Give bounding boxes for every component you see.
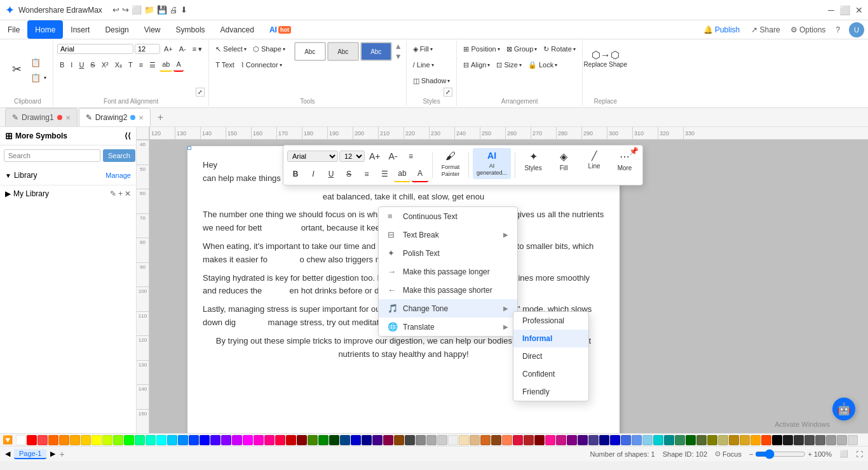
ft-highlight-btn[interactable]: ab [394,166,410,182]
color-swatch[interactable] [178,435,188,445]
color-swatch[interactable] [696,435,707,445]
font-family-input[interactable] [57,44,133,54]
color-swatch[interactable] [102,435,112,445]
color-swatch[interactable] [156,435,166,445]
list-btn[interactable]: ☰ [147,58,158,72]
zoom-in-btn[interactable]: + [808,450,811,458]
styles-down-btn[interactable]: ▼ [395,52,402,61]
ft-shrink-btn[interactable]: A- [385,148,402,164]
select-button[interactable]: ↖ Select ▾ [213,42,249,56]
maximize-btn[interactable]: ⬜ [839,5,850,15]
menu-design[interactable]: Design [97,20,136,39]
color-swatch[interactable] [686,435,696,445]
paste-special-button[interactable]: 📋▾ [28,70,49,84]
rotate-button[interactable]: ↻ Rotate ▾ [541,42,578,56]
color-swatch[interactable] [502,435,512,445]
color-swatch[interactable] [707,435,717,445]
color-swatch[interactable] [405,435,415,445]
tone-friendly[interactable]: Friendly [513,383,588,401]
cm-make-longer[interactable]: → Make this passage longer [379,262,517,281]
export-btn[interactable]: ⬇ [180,5,187,15]
pin-icon[interactable]: 📌 [629,147,639,156]
color-swatch[interactable] [567,435,577,445]
ft-fontcolor-btn[interactable]: A [412,166,428,182]
styles-tool-btn[interactable]: ✦ Styles [519,148,547,174]
color-swatch[interactable] [146,435,156,445]
color-swatch[interactable] [513,435,523,445]
add-tab-button[interactable]: + [153,111,167,124]
color-swatch[interactable] [610,435,620,445]
color-swatch[interactable] [588,435,599,445]
text-button[interactable]: T Text [213,58,237,72]
subscript-btn[interactable]: X₂ [112,58,125,72]
shrink-font-btn[interactable]: A- [177,42,189,56]
page-next-btn[interactable]: ▶ [50,450,55,458]
size-button[interactable]: ⊡ Size ▾ [494,58,524,72]
color-swatch[interactable] [642,435,653,445]
strikethrough-btn[interactable]: S [88,58,97,72]
shadow-button[interactable]: ◫ Shadow ▾ [410,74,453,88]
color-swatch[interactable] [27,435,37,445]
color-swatch[interactable] [243,435,253,445]
redo-btn[interactable]: ↪ [122,5,129,15]
underline-btn[interactable]: U [76,58,86,72]
minimize-btn[interactable]: ─ [828,5,834,15]
menu-insert[interactable]: Insert [63,20,97,39]
color-swatch[interactable] [308,435,318,445]
tone-confident[interactable]: Confident [513,365,588,383]
zoom-slider[interactable] [755,449,806,459]
manage-link[interactable]: Manage [105,171,131,179]
help-button[interactable]: ? [831,25,845,34]
menu-file[interactable]: File [0,20,27,39]
color-swatch[interactable] [545,435,555,445]
cm-change-tone[interactable]: 🎵 Change Tone ▶ [379,299,517,318]
ft-strikethrough-btn[interactable]: S [341,166,357,182]
color-swatch[interactable] [275,435,285,445]
tab-drawing2-close[interactable]: ✕ [139,114,144,121]
style-swatch-2[interactable]: Abc [327,42,359,61]
color-swatch[interactable] [286,435,296,445]
menu-ai[interactable]: AI hot [262,20,299,39]
save-btn[interactable]: 💾 [157,5,167,15]
color-swatch[interactable] [653,435,663,445]
tone-direct[interactable]: Direct [513,347,588,365]
tone-professional[interactable]: Professional [513,312,588,330]
color-swatch[interactable] [804,435,815,445]
my-library-edit-btn[interactable]: ✎ [110,189,116,198]
tab-drawing1-close[interactable]: ✕ [65,114,71,121]
ft-bullist-btn[interactable]: ☰ [376,166,393,182]
color-swatch[interactable] [394,435,404,445]
fill-tool-btn[interactable]: ◈ Fill [550,148,578,174]
sidebar-collapse-btn[interactable]: ⟨⟨ [125,131,131,140]
color-swatch[interactable] [329,435,339,445]
color-swatch[interactable] [59,435,69,445]
page-tab-1[interactable]: Page-1 [14,449,46,459]
close-btn[interactable]: ✕ [855,5,863,15]
my-library[interactable]: ▶ My Library ✎ + ✕ [0,185,136,202]
styles-expand-btn[interactable]: ⤢ [444,88,452,97]
color-swatch[interactable] [848,435,858,445]
color-swatch[interactable] [351,435,361,445]
color-swatch[interactable] [437,435,447,445]
color-swatch[interactable] [783,435,793,445]
color-swatch[interactable] [416,435,426,445]
color-swatch[interactable] [578,435,588,445]
share-button[interactable]: ↗ Share [746,25,785,34]
color-swatch[interactable] [470,435,480,445]
cm-translate[interactable]: 🌐 Translate ▶ [379,318,517,336]
color-swatch[interactable] [632,435,642,445]
lock-button[interactable]: 🔒 Lock ▾ [526,58,560,72]
line-spacing-btn[interactable]: ≡ [137,58,146,72]
color-swatch[interactable] [113,435,123,445]
cm-polish-text[interactable]: ✦ Polish Text [379,244,517,262]
color-swatch[interactable] [48,435,58,445]
color-swatch[interactable] [534,435,545,445]
tone-informal[interactable]: Informal [513,330,588,347]
format-painter-btn[interactable]: 🖌 FormatPainter [437,148,465,180]
shape-button[interactable]: ⬡ Shape ▾ [250,42,288,56]
publish-button[interactable]: 🔔 Publish [697,25,747,34]
chatbot-button[interactable]: 🤖 [832,398,855,420]
print-btn[interactable]: 🖨 [170,5,178,15]
color-swatch[interactable] [448,435,458,445]
style-swatch-3[interactable]: Abc [360,42,392,61]
